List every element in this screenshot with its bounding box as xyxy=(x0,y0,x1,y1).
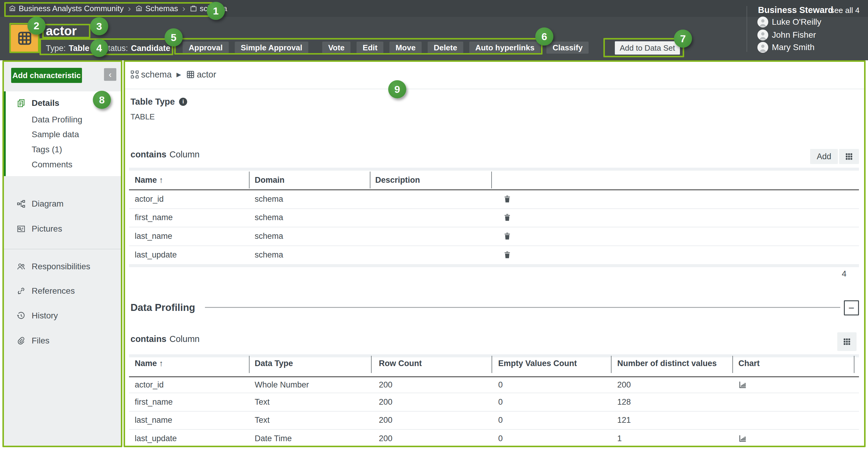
sidebar-item-references[interactable]: References xyxy=(4,286,121,296)
table-options-grid-button[interactable] xyxy=(837,332,857,351)
steward-user-name: Luke O'Reilly xyxy=(772,17,821,27)
link-icon xyxy=(17,287,26,296)
delete-row-trash-icon[interactable] xyxy=(503,250,512,259)
content-breadcrumb-actor[interactable]: actor xyxy=(197,70,216,80)
column-header-distinct-values[interactable]: Number of distinct values xyxy=(617,358,717,369)
content-breadcrumb: schema ▶ actor xyxy=(130,69,216,80)
info-icon[interactable]: i xyxy=(179,98,187,106)
paperclip-icon xyxy=(17,336,26,345)
column-header-row-count[interactable]: Row Count xyxy=(379,358,422,369)
sidebar-item-label: Diagram xyxy=(32,199,64,209)
steward-user[interactable]: Luke O'Reilly xyxy=(757,17,821,27)
simple-approval-button[interactable]: Simple Approval xyxy=(235,41,308,54)
contains-label: contains xyxy=(130,150,166,159)
classify-button[interactable]: Classify xyxy=(547,41,589,54)
steward-user-name: John Fisher xyxy=(772,30,816,40)
delete-row-trash-icon[interactable] xyxy=(503,232,512,241)
cell-name[interactable]: actor_id xyxy=(135,379,164,390)
cell-distinct-values: 1 xyxy=(617,433,622,444)
main-content: schema ▶ actor Table Type i TABLE contai… xyxy=(125,62,864,447)
contains-column-heading: containsColumn xyxy=(130,149,199,160)
sidebar-item-responsibilities[interactable]: Responsibilities xyxy=(4,261,121,272)
breadcrumb-schema[interactable]: schema xyxy=(190,4,227,13)
status-label: Status: xyxy=(103,44,128,53)
cell-domain: schema xyxy=(255,212,283,223)
delete-button[interactable]: Delete xyxy=(428,41,463,54)
sidebar-item-comments[interactable]: Comments xyxy=(4,159,121,170)
edit-button[interactable]: Edit xyxy=(356,41,383,54)
delete-row-trash-icon[interactable] xyxy=(503,194,512,204)
sort-ascending-icon: ↑ xyxy=(159,176,163,184)
sidebar-item-data-profiling[interactable]: Data Profiling xyxy=(4,114,121,125)
sidebar-item-label: Sample data xyxy=(32,130,79,139)
auto-hyperlinks-button[interactable]: Auto hyperlinks xyxy=(469,41,540,54)
column-header-domain[interactable]: Domain xyxy=(255,175,284,185)
add-column-button[interactable]: Add xyxy=(810,149,838,164)
data-profiling-heading: Data Profiling xyxy=(130,301,195,314)
cell-name[interactable]: last_name xyxy=(135,415,173,425)
bar-chart-icon[interactable] xyxy=(738,380,747,389)
cell-name[interactable]: last_update xyxy=(135,249,177,260)
document-pages-icon xyxy=(17,99,26,108)
header-underline xyxy=(129,376,859,377)
collapse-section-button[interactable]: − xyxy=(844,300,859,316)
delete-row-trash-icon[interactable] xyxy=(503,213,512,222)
breadcrumb-community[interactable]: Business Analysts Community xyxy=(8,4,124,13)
sidebar-item-details[interactable]: Details xyxy=(4,98,121,109)
sidebar-item-files[interactable]: Files xyxy=(4,335,121,346)
column-header-name[interactable]: Name ↑ xyxy=(135,175,163,185)
collapse-sidebar-button[interactable]: ‹ xyxy=(104,68,116,81)
column-header-description[interactable]: Description xyxy=(375,175,420,185)
column-header-name[interactable]: Name ↑ xyxy=(135,358,163,369)
type-status-row: Type: Table Status: Candidate xyxy=(46,42,170,54)
sidebar-item-label: Responsibilities xyxy=(32,262,90,271)
column-header-data-type[interactable]: Data Type xyxy=(255,358,293,369)
sidebar-item-tags[interactable]: Tags (1) xyxy=(4,144,121,155)
cell-empty-values: 0 xyxy=(498,415,503,425)
column-header-empty-values[interactable]: Empty Values Count xyxy=(498,358,577,369)
sidebar-item-sample-data[interactable]: Sample data xyxy=(4,129,121,140)
column-separator xyxy=(491,172,492,188)
cell-empty-values: 0 xyxy=(498,396,503,408)
sidebar-item-pictures[interactable]: Pictures xyxy=(4,223,121,234)
community-icon xyxy=(8,4,16,12)
move-button[interactable]: Move xyxy=(390,41,421,54)
column-header-chart[interactable]: Chart xyxy=(738,358,760,369)
steward-divider xyxy=(747,6,747,52)
cell-data-type: Date Time xyxy=(255,433,292,444)
row-separator xyxy=(129,411,859,412)
steward-see-all-link[interactable]: see all 4 xyxy=(830,5,860,16)
table-top-band xyxy=(129,354,859,357)
add-to-dataset-button[interactable]: Add to Data Set xyxy=(615,41,680,55)
asset-header: actor Type: Table Status: Candidate Appr… xyxy=(0,17,868,60)
sidebar-item-diagram[interactable]: Diagram xyxy=(4,199,121,209)
cell-name[interactable]: actor_id xyxy=(135,193,164,205)
contains-column-table: Name ↑ Domain Description actor_id schem… xyxy=(129,168,859,267)
vote-button[interactable]: Vote xyxy=(322,41,350,54)
sidebar-item-history[interactable]: History xyxy=(4,310,121,321)
steward-user[interactable]: John Fisher xyxy=(757,30,816,40)
cell-name[interactable]: first_name xyxy=(135,212,173,223)
content-breadcrumb-schema[interactable]: schema xyxy=(141,70,172,80)
sidebar-divider xyxy=(4,249,121,249)
approval-button[interactable]: Approval xyxy=(183,41,229,54)
cell-name[interactable]: first_name xyxy=(135,396,173,408)
table-bottom-band xyxy=(129,264,859,267)
user-avatar-icon xyxy=(757,30,768,40)
bar-chart-icon[interactable] xyxy=(738,434,747,443)
content-divider xyxy=(125,89,864,89)
breadcrumb-label: Business Analysts Community xyxy=(19,4,124,13)
breadcrumb-schemas[interactable]: Schemas xyxy=(135,4,178,13)
cell-row-count: 200 xyxy=(379,433,393,444)
section-rule xyxy=(205,307,840,308)
cell-name[interactable]: last_name xyxy=(135,231,173,242)
column-separator xyxy=(371,356,372,373)
schema-icon xyxy=(130,70,139,79)
cell-row-count: 200 xyxy=(379,415,393,425)
steward-user[interactable]: Mary Smith xyxy=(757,42,815,53)
table-options-grid-button[interactable] xyxy=(839,149,859,164)
grid-icon xyxy=(842,337,851,346)
add-characteristic-button[interactable]: Add characteristic xyxy=(11,68,82,83)
cell-name[interactable]: last_update xyxy=(135,433,177,444)
sidebar-item-label: History xyxy=(32,311,58,321)
